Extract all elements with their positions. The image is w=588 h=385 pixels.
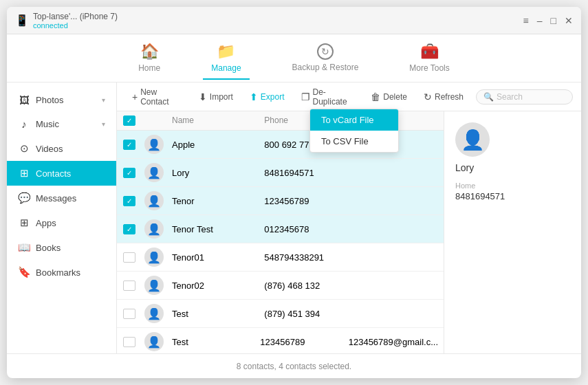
header-checkbox: ✓ — [117, 116, 142, 126]
detail-phone: 8481694571 — [455, 191, 570, 201]
row-checkbox-1[interactable]: ✓ — [123, 140, 135, 150]
table-row[interactable]: ✓ 👤 Tenor Test 012345678 — [117, 215, 444, 243]
row-checkbox-3[interactable]: ✓ — [123, 196, 135, 206]
avatar-3: 👤 — [144, 191, 164, 210]
detail-name: Lory — [455, 162, 570, 173]
export-button[interactable]: ⬆ Export — [243, 88, 292, 106]
photos-arrow: ▾ — [102, 96, 105, 104]
contact-phone-5: 548794338291 — [259, 252, 351, 263]
backup-icon: ↻ — [317, 43, 334, 60]
table-row[interactable]: 👤 Tenor02 (876) 468 132 — [117, 272, 444, 300]
contact-name-8: Test — [166, 337, 254, 347]
device-status: connected — [33, 21, 118, 30]
avatar-4: 👤 — [144, 219, 164, 239]
nav-manage-label: Manage — [211, 63, 241, 73]
new-contact-button[interactable]: + New Contact — [125, 84, 189, 110]
sidebar-item-messages[interactable]: 💬 Messages — [7, 186, 116, 210]
header-name: Name — [166, 116, 259, 126]
sidebar-item-music[interactable]: ♪ Music ▾ — [7, 112, 116, 136]
deduplicate-button[interactable]: ❐ De-Duplicate — [294, 84, 362, 110]
app-window: 📱 Top-lanse'... (iPhone 7) connected ≡ –… — [7, 7, 581, 378]
nav-home-label: Home — [138, 63, 160, 73]
nav-tools[interactable]: 🧰 More Tools — [401, 37, 457, 80]
import-icon: ⬇ — [199, 91, 207, 102]
table-row[interactable]: 👤 Tenor01 548794338291 — [117, 243, 444, 272]
contact-phone-6: (876) 468 132 — [259, 280, 351, 291]
nav-backup[interactable]: ↻ Backup & Restore — [284, 38, 367, 79]
contact-name-5: Tenor01 — [166, 252, 259, 263]
detail-phone-label: Home — [455, 182, 570, 190]
nav-manage[interactable]: 📁 Manage — [203, 37, 249, 80]
row-checkbox-7[interactable] — [123, 309, 135, 319]
avatar-7: 👤 — [144, 304, 164, 323]
sidebar-item-videos[interactable]: ⊙ Videos — [7, 136, 116, 161]
sidebar-item-photos[interactable]: 🖼 Photos ▾ — [7, 88, 116, 112]
table-row[interactable]: 👤 Test (879) 451 394 — [117, 300, 444, 328]
header-avatar — [142, 116, 166, 126]
main-area: 🖼 Photos ▾ ♪ Music ▾ ⊙ Videos ⊞ Contacts… — [7, 82, 581, 353]
close-icon[interactable]: ✕ — [565, 15, 573, 26]
delete-label: Delete — [383, 92, 407, 102]
table-row[interactable]: ✓ 👤 Tenor 123456789 — [117, 187, 444, 215]
deduplicate-label: De-Duplicate — [313, 87, 355, 107]
sidebar-contacts-label: Contacts — [36, 168, 71, 179]
sidebar-books-label: Books — [36, 243, 61, 253]
sidebar-item-contacts[interactable]: ⊞ Contacts — [7, 161, 116, 186]
delete-button[interactable]: 🗑 Delete — [364, 88, 414, 106]
contact-phone-7: (879) 451 394 — [259, 309, 351, 319]
export-vcard-option[interactable]: To vCard File — [310, 109, 398, 131]
tools-icon: 🧰 — [420, 43, 439, 60]
avatar-5: 👤 — [144, 248, 164, 267]
content-area: + New Contact ⬇ Import ⬆ Export ❐ De-Dup… — [117, 82, 581, 353]
contact-name-3: Tenor — [166, 196, 259, 206]
export-label: Export — [261, 92, 285, 102]
photos-icon: 🖼 — [18, 94, 30, 106]
delete-icon: 🗑 — [371, 91, 380, 102]
refresh-button[interactable]: ↻ Refresh — [417, 88, 470, 106]
music-arrow: ▾ — [102, 120, 105, 128]
sidebar: 🖼 Photos ▾ ♪ Music ▾ ⊙ Videos ⊞ Contacts… — [7, 82, 117, 353]
books-icon: 📖 — [18, 241, 30, 254]
new-contact-label: New Contact — [140, 87, 182, 107]
sidebar-item-books[interactable]: 📖 Books — [7, 235, 116, 260]
row-checkbox-5[interactable] — [123, 252, 135, 263]
deduplicate-icon: ❐ — [301, 91, 310, 102]
sidebar-music-label: Music — [36, 119, 59, 129]
row-checkbox-4[interactable]: ✓ — [123, 224, 135, 234]
nav-home[interactable]: 🏠 Home — [130, 37, 168, 80]
contact-name-6: Tenor02 — [166, 280, 259, 291]
sidebar-messages-label: Messages — [36, 193, 76, 204]
sidebar-item-bookmarks[interactable]: 🔖 Bookmarks — [7, 260, 116, 285]
nav-tools-label: More Tools — [409, 63, 449, 73]
row-checkbox-6[interactable] — [123, 280, 135, 291]
import-button[interactable]: ⬇ Import — [192, 88, 240, 106]
minimize-icon[interactable]: – — [537, 15, 543, 26]
table-row[interactable]: 👤 Test 123456789 123456789@gmail.c... — [117, 328, 444, 353]
search-input[interactable] — [497, 92, 565, 102]
sidebar-photos-label: Photos — [36, 95, 63, 105]
export-csv-option[interactable]: To CSV File — [310, 131, 398, 152]
device-name: Top-lanse'... (iPhone 7) — [33, 12, 118, 21]
home-icon: 🏠 — [140, 43, 159, 60]
sidebar-item-apps[interactable]: ⊞ Apps — [7, 210, 116, 235]
sidebar-bookmarks-label: Bookmarks — [36, 267, 80, 278]
search-box: 🔍 — [476, 89, 573, 104]
select-all-checkbox[interactable]: ✓ — [123, 116, 135, 126]
new-contact-icon: + — [132, 91, 138, 102]
maximize-icon[interactable]: □ — [551, 15, 556, 26]
messages-icon: 💬 — [18, 192, 30, 204]
menu-icon[interactable]: ≡ — [523, 15, 529, 26]
avatar-8: 👤 — [144, 332, 164, 351]
table-body: ✓ 👤 Apple 800 692 7753 ✓ 👤 Lory 848169 — [117, 131, 444, 353]
table-row[interactable]: ✓ 👤 Lory 8481694571 — [117, 159, 444, 187]
row-checkbox-8[interactable] — [123, 337, 135, 347]
avatar-1: 👤 — [144, 135, 164, 154]
apps-icon: ⊞ — [18, 217, 30, 229]
refresh-label: Refresh — [435, 92, 464, 102]
contact-name-2: Lory — [166, 168, 259, 178]
export-dropdown: To vCard File To CSV File — [309, 109, 399, 153]
search-icon: 🔍 — [483, 92, 494, 102]
videos-icon: ⊙ — [18, 142, 30, 155]
device-info: 📱 Top-lanse'... (iPhone 7) connected — [15, 12, 118, 30]
row-checkbox-2[interactable]: ✓ — [123, 168, 135, 178]
